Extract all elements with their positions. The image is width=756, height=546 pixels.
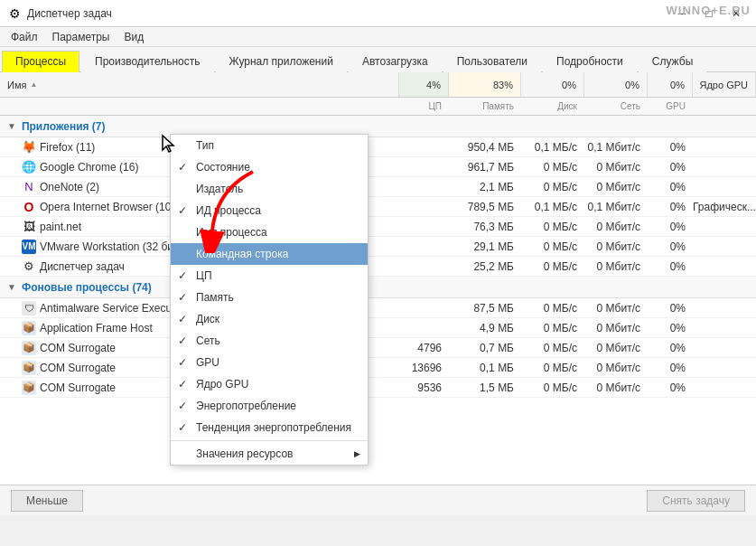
table-row[interactable]: 📦 COM Surrogate 13696 0,1 МБ 0 МБ/с 0 Мб…: [0, 358, 756, 378]
col-gpucore[interactable]: Ядро GPU: [693, 72, 756, 97]
row-gpu: 0%: [648, 221, 693, 233]
ctx-item-pid[interactable]: ✓ ИД процесса: [171, 200, 368, 221]
table-row[interactable]: O Opera Internet Browser (10) 789,5 МБ 0…: [0, 197, 756, 217]
context-menu[interactable]: Тип ✓ Состояние Издатель ✓ ИД процесса И…: [170, 134, 369, 466]
tab-processes[interactable]: Процессы: [2, 51, 79, 72]
table-header: Имя ▲ 4% 83% 0% 0% 0% Ядро GPU: [0, 72, 756, 98]
table-row[interactable]: 🛡 Antimalware Service Executa... 87,5 МБ…: [0, 298, 756, 318]
col-cpu-pct[interactable]: 4%: [399, 72, 449, 97]
row-disk: 0 МБ/с: [521, 181, 584, 193]
row-gpu: 0%: [648, 260, 693, 273]
row-mem: 789,5 МБ: [449, 201, 521, 213]
row-mem: 25,2 МБ: [449, 260, 521, 273]
table-row[interactable]: N OneNote (2) 2,1 МБ 0 МБ/с 0 Мбит/с 0%: [0, 177, 756, 197]
ctx-item-type[interactable]: Тип: [171, 135, 368, 156]
ctx-item-process-name[interactable]: Имя процесса: [171, 221, 368, 243]
ctx-item-resource-values[interactable]: Значения ресурсов: [171, 443, 368, 465]
row-net: 0 Мбит/с: [584, 240, 648, 253]
check-icon: ✓: [178, 378, 187, 391]
menu-view[interactable]: Вид: [117, 29, 151, 45]
tab-details[interactable]: Подробности: [543, 51, 637, 72]
row-net: 0 Мбит/с: [584, 302, 648, 315]
row-cpu: 13696: [399, 362, 449, 374]
expand-apps-btn[interactable]: ▼: [7, 121, 16, 131]
row-disk: 0,1 МБ/с: [521, 141, 584, 154]
process-icon: O: [22, 200, 36, 214]
process-icon: 🛡: [22, 301, 36, 315]
row-net: 0 Мбит/с: [584, 362, 648, 374]
ctx-item-publisher[interactable]: Издатель: [171, 178, 368, 200]
section-apps-label: Приложения (7): [22, 120, 106, 133]
row-gpu: 0%: [648, 181, 693, 193]
row-mem: 0,7 МБ: [449, 342, 521, 354]
row-mem: 76,3 МБ: [449, 221, 521, 233]
row-disk: 0 МБ/с: [521, 161, 584, 174]
row-gpu: 0%: [648, 240, 693, 253]
process-icon: 🌐: [22, 160, 36, 174]
table-row[interactable]: VM VMware Workstation (32 би... 29,1 МБ …: [0, 237, 756, 257]
table-row[interactable]: 🖼 paint.net 76,3 МБ 0 МБ/с 0 Мбит/с 0%: [0, 217, 756, 237]
col-mem-pct[interactable]: 83%: [449, 72, 521, 97]
less-button[interactable]: Меньше: [11, 490, 83, 512]
ctx-item-power[interactable]: ✓ Энергопотребление: [171, 395, 368, 417]
menu-bar: Файл Параметры Вид: [0, 27, 756, 47]
bottom-bar: Меньше Снять задачу: [0, 485, 756, 515]
table-row[interactable]: 📦 Application Frame Host 4,9 МБ 0 МБ/с 0…: [0, 318, 756, 338]
check-icon: ✓: [178, 313, 187, 325]
row-mem: 961,7 МБ: [449, 161, 521, 174]
row-gpu: 0%: [648, 161, 693, 174]
sort-icon: ▲: [30, 80, 37, 89]
table-row[interactable]: 🌐 Google Chrome (16) 961,7 МБ 0 МБ/с 0 М…: [0, 157, 756, 177]
section-background[interactable]: ▼ Фоновые процессы (74): [0, 277, 756, 298]
row-mem: 4,9 МБ: [449, 322, 521, 334]
tab-performance[interactable]: Производительность: [81, 51, 213, 72]
tab-services[interactable]: Службы: [639, 51, 706, 72]
check-icon: ✓: [178, 334, 187, 347]
table-row[interactable]: 🦊 Firefox (11) 950,4 МБ 0,1 МБ/с 0,1 Мби…: [0, 137, 756, 157]
row-cpu: 4796: [399, 342, 449, 354]
row-net: 0 Мбит/с: [584, 322, 648, 334]
section-apps[interactable]: ▼ Приложения (7): [0, 116, 756, 137]
row-net: 0,1 Мбит/с: [584, 141, 648, 154]
ctx-divider: [171, 440, 368, 441]
process-list[interactable]: ▼ Приложения (7) 🦊 Firefox (11) 950,4 МБ…: [0, 116, 756, 504]
ctx-item-power-trend[interactable]: ✓ Тенденция энергопотребления: [171, 417, 368, 438]
table-row[interactable]: ⚙ Диспетчер задач 25,2 МБ 0 МБ/с 0 Мбит/…: [0, 257, 756, 277]
col-gpu-pct[interactable]: 0%: [648, 72, 693, 97]
ctx-item-cmdline[interactable]: Командная строка: [171, 243, 368, 265]
tab-users[interactable]: Пользователи: [443, 51, 541, 72]
ctx-item-network[interactable]: ✓ Сеть: [171, 330, 368, 352]
subh-cpu: ЦП: [399, 98, 449, 115]
col-net-pct[interactable]: 0%: [584, 72, 648, 97]
expand-bg-btn[interactable]: ▼: [7, 282, 16, 292]
row-disk: 0 МБ/с: [521, 221, 584, 233]
ctx-item-status[interactable]: ✓ Состояние: [171, 156, 368, 178]
ctx-item-gpu-core[interactable]: ✓ Ядро GPU: [171, 373, 368, 395]
col-disk-pct[interactable]: 0%: [521, 72, 584, 97]
process-icon: 📦: [22, 321, 36, 335]
menu-file[interactable]: Файл: [4, 29, 45, 45]
table-row[interactable]: 📦 COM Surrogate 9536 1,5 МБ 0 МБ/с 0 Мби…: [0, 378, 756, 398]
menu-params[interactable]: Параметры: [45, 29, 117, 45]
row-mem: 1,5 МБ: [449, 381, 521, 394]
row-net: 0 Мбит/с: [584, 221, 648, 233]
end-task-button[interactable]: Снять задачу: [647, 490, 745, 512]
ctx-item-disk[interactable]: ✓ Диск: [171, 308, 368, 330]
row-mem: 29,1 МБ: [449, 240, 521, 253]
row-disk: 0 МБ/с: [521, 240, 584, 253]
table-row[interactable]: 📦 COM Surrogate 4796 0,7 МБ 0 МБ/с 0 Мби…: [0, 338, 756, 358]
ctx-item-cpu[interactable]: ✓ ЦП: [171, 265, 368, 287]
check-icon: ✓: [178, 269, 187, 282]
row-disk: 0 МБ/с: [521, 302, 584, 315]
row-net: 0 Мбит/с: [584, 381, 648, 394]
tab-app-history[interactable]: Журнал приложений: [216, 51, 347, 72]
tab-startup[interactable]: Автозагрузка: [349, 51, 442, 72]
subh-net: Сеть: [584, 98, 648, 115]
col-name[interactable]: Имя ▲: [0, 72, 399, 97]
watermark: WINNO+E.RU: [667, 4, 751, 17]
ctx-item-gpu[interactable]: ✓ GPU: [171, 352, 368, 373]
ctx-item-memory[interactable]: ✓ Память: [171, 287, 368, 308]
process-icon: 📦: [22, 381, 36, 395]
section-bg-label: Фоновые процессы (74): [22, 281, 152, 294]
subh-disk: Диск: [521, 98, 584, 115]
